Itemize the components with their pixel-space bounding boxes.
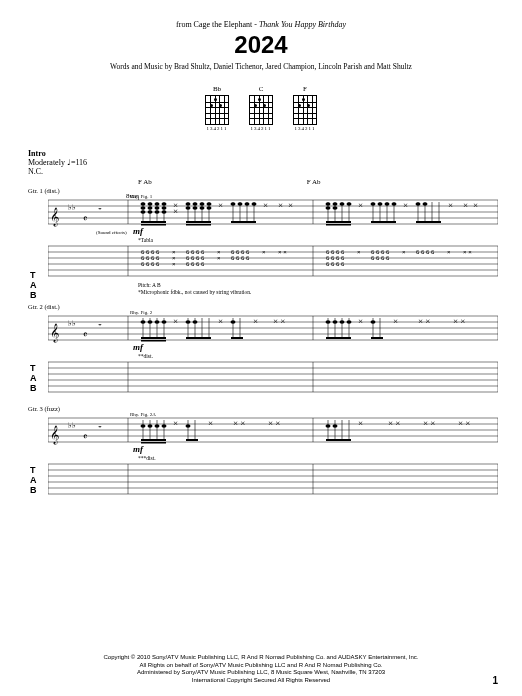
chord-grid [205, 95, 229, 125]
svg-point-81 [385, 202, 390, 206]
svg-text:𝄻: 𝄻 [98, 426, 102, 428]
svg-point-40 [193, 202, 198, 206]
part-label: Gtr. 2 (dist.) [28, 303, 494, 310]
svg-text:×: × [208, 418, 213, 428]
copyright-line: International Copyright Secured All Righ… [0, 677, 522, 685]
sheet-music-page: from Cage the Elephant - Thank You Happy… [0, 0, 522, 521]
svg-point-79 [371, 202, 376, 206]
svg-text:×: × [218, 200, 223, 210]
svg-text:𝄻: 𝄻 [98, 324, 102, 326]
svg-rect-153 [141, 340, 166, 342]
svg-rect-58 [231, 221, 256, 223]
section-name: Intro [28, 149, 46, 158]
svg-point-90 [423, 202, 428, 206]
svg-point-39 [186, 202, 191, 206]
svg-text:×: × [173, 316, 178, 326]
svg-text:×: × [263, 200, 268, 210]
svg-text:× ×: × × [233, 418, 245, 428]
svg-text:6 6 6 6: 6 6 6 6 [186, 261, 205, 267]
no-chord: N.C. [28, 167, 494, 176]
svg-point-25 [155, 206, 160, 210]
svg-point-176 [347, 320, 352, 324]
tempo-marking: Moderately ♩=116 [28, 158, 494, 167]
chord-name: C [259, 85, 264, 93]
music-system: Gtr. 2 (dist.) 𝄞♭♭𝄴 𝄻 Rhy. Fig. 2 ×××× ×… [28, 303, 494, 397]
copyright-block: Copyright © 2010 Sony/ATV Music Publishi… [0, 654, 522, 684]
chord-grid [249, 95, 273, 125]
svg-point-149 [148, 320, 153, 324]
svg-point-175 [340, 320, 345, 324]
chord-diagram: C 134211 [249, 85, 273, 131]
svg-text:6 6 6 6: 6 6 6 6 [371, 255, 390, 261]
dynamic: mf [133, 342, 144, 352]
svg-point-89 [416, 202, 421, 206]
svg-point-232 [326, 424, 331, 428]
album-title: Thank You Happy Birthday [259, 20, 346, 29]
svg-point-67 [333, 202, 338, 206]
svg-text:× ×: × × [458, 418, 470, 428]
svg-text:×: × [447, 249, 451, 255]
fingering: 134211 [207, 126, 228, 131]
section-label: Intro Moderately ♩=116 N.C. [28, 149, 494, 176]
svg-point-19 [141, 202, 146, 206]
notation-staff: 𝄞♭♭𝄴 𝄻 Rhy. Fig. 2 ×××× × ××× ×× × mf [48, 310, 498, 352]
svg-point-217 [162, 424, 167, 428]
svg-point-22 [162, 202, 167, 206]
svg-point-28 [148, 210, 153, 214]
svg-rect-72 [326, 221, 351, 223]
page-number: 1 [492, 675, 498, 686]
svg-text:𝄞: 𝄞 [50, 425, 59, 445]
svg-point-57 [252, 202, 257, 206]
svg-text:× ×: × × [463, 249, 472, 255]
svg-point-215 [148, 424, 153, 428]
part-label: Gtr. 1 (dist.) [28, 187, 494, 194]
svg-text:×: × [473, 200, 478, 210]
tab-staff [48, 461, 498, 499]
tab-label: TAB [30, 270, 37, 300]
svg-rect-73 [326, 224, 351, 226]
svg-point-66 [326, 202, 331, 206]
svg-point-42 [207, 202, 212, 206]
svg-text:×: × [393, 316, 398, 326]
svg-text:♭♭: ♭♭ [68, 421, 76, 430]
copyright-line: All Rights on behalf of Sony/ATV Music P… [0, 662, 522, 670]
svg-point-181 [371, 320, 376, 324]
svg-text:× ×: × × [418, 316, 430, 326]
chord-diagrams: Bb 134211 C 134211 F 134211 [28, 85, 494, 131]
svg-point-55 [238, 202, 243, 206]
credits: Words and Music by Brad Shultz, Daniel T… [28, 62, 494, 71]
tab-label: TAB [30, 363, 37, 393]
svg-rect-47 [186, 221, 211, 223]
svg-text:×: × [288, 200, 293, 210]
svg-text:𝄻: 𝄻 [98, 208, 102, 210]
svg-text:×: × [463, 200, 468, 210]
copyright-line: Administered by Sony/ATV Music Publishin… [0, 669, 522, 677]
svg-point-46 [207, 206, 212, 210]
svg-text:× ×: × × [388, 418, 400, 428]
svg-text:×: × [357, 249, 361, 255]
svg-point-165 [231, 320, 236, 324]
chord-name: F [303, 85, 307, 93]
svg-rect-83 [371, 221, 396, 223]
svg-text:Rhy. Fig. 2: Rhy. Fig. 2 [130, 310, 153, 315]
part-label: Gtr. 3 (fuzz) [28, 405, 494, 412]
tab-staff: 6 6 6 66 6 6 66 6 6 6 ××× 6 6 6 66 6 6 6… [48, 243, 498, 281]
svg-text:×: × [278, 200, 283, 210]
svg-text:6 6 6 6: 6 6 6 6 [416, 249, 435, 255]
svg-text:× ×: × × [453, 316, 465, 326]
footnote-pitch: Pitch: A B [138, 282, 494, 288]
svg-point-68 [340, 202, 345, 206]
svg-text:6 6 6 6: 6 6 6 6 [326, 261, 345, 267]
svg-text:× ×: × × [423, 418, 435, 428]
svg-point-82 [392, 202, 397, 206]
svg-text:♭♭: ♭♭ [68, 203, 76, 212]
svg-point-21 [155, 202, 160, 206]
svg-point-71 [333, 206, 338, 210]
svg-text:×: × [218, 316, 223, 326]
fingering: 134211 [295, 126, 316, 131]
svg-rect-182 [371, 337, 383, 339]
notation-staff: 𝄞 ♭♭ 𝄴 𝄻 (Sound effects) 8va┐ Rhy. Fig. … [48, 194, 498, 236]
svg-text:× ×: × × [278, 249, 287, 255]
svg-point-150 [155, 320, 160, 324]
svg-text:𝄴: 𝄴 [83, 329, 87, 340]
